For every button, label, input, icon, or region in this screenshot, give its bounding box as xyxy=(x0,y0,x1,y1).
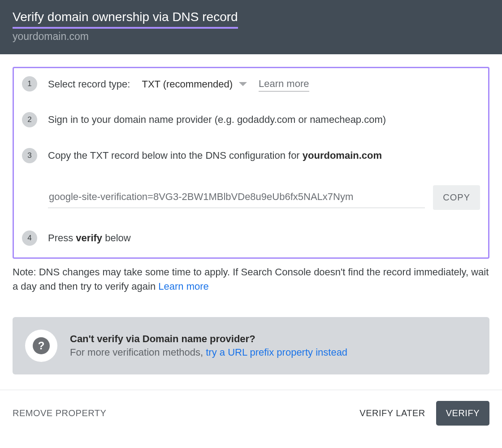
step-4: 4 Press verify below xyxy=(22,231,480,246)
record-type-select[interactable]: TXT (recommended) xyxy=(142,78,247,91)
txt-record-field[interactable]: google-site-verification=8VG3-2BW1MBlbVD… xyxy=(48,187,425,208)
step-3-text: Copy the TXT record below into the DNS c… xyxy=(48,150,303,161)
note-text: Note: DNS changes may take some time to … xyxy=(13,265,489,294)
step-4-verify: verify xyxy=(76,232,102,244)
question-mark-icon: ? xyxy=(33,337,50,354)
learn-more-link[interactable]: Learn more xyxy=(259,77,309,91)
step-3: 3 Copy the TXT record below into the DNS… xyxy=(22,148,480,210)
step-3-domain: yourdomain.com xyxy=(303,150,382,161)
verify-button[interactable]: VERIFY xyxy=(436,401,489,426)
help-icon: ? xyxy=(25,330,57,362)
dialog-title: Verify domain ownership via DNS record xyxy=(13,10,238,29)
steps-container: 1 Select record type: TXT (recommended) … xyxy=(13,67,489,259)
copy-button[interactable]: COPY xyxy=(433,185,480,210)
step-4-suffix: below xyxy=(102,232,131,244)
step-number: 1 xyxy=(22,76,37,91)
record-type-value: TXT (recommended) xyxy=(142,78,233,91)
dialog-footer: REMOVE PROPERTY VERIFY LATER VERIFY xyxy=(0,390,502,436)
step-number: 3 xyxy=(22,148,37,163)
step-2-text: Sign in to your domain name provider (e.… xyxy=(48,112,480,127)
verify-later-button[interactable]: VERIFY LATER xyxy=(359,408,425,418)
domain-name: yourdomain.com xyxy=(13,30,489,43)
step-1: 1 Select record type: TXT (recommended) … xyxy=(22,76,480,91)
step-4-prefix: Press xyxy=(48,232,76,244)
alternate-method-box: ? Can't verify via Domain name provider?… xyxy=(13,317,489,374)
dialog-content: 1 Select record type: TXT (recommended) … xyxy=(0,54,502,374)
url-prefix-link[interactable]: try a URL prefix property instead xyxy=(206,347,347,358)
remove-property-button[interactable]: REMOVE PROPERTY xyxy=(13,408,106,418)
step-number: 2 xyxy=(22,112,37,127)
chevron-down-icon xyxy=(239,82,247,86)
step-2: 2 Sign in to your domain name provider (… xyxy=(22,112,480,127)
alt-title: Can't verify via Domain name provider? xyxy=(70,333,347,345)
dialog-header: Verify domain ownership via DNS record y… xyxy=(0,0,502,54)
step-number: 4 xyxy=(22,231,37,246)
note-learn-more-link[interactable]: Learn more xyxy=(158,281,209,292)
step-1-label: Select record type: xyxy=(48,78,130,91)
alt-sub-prefix: For more verification methods, xyxy=(70,347,206,358)
